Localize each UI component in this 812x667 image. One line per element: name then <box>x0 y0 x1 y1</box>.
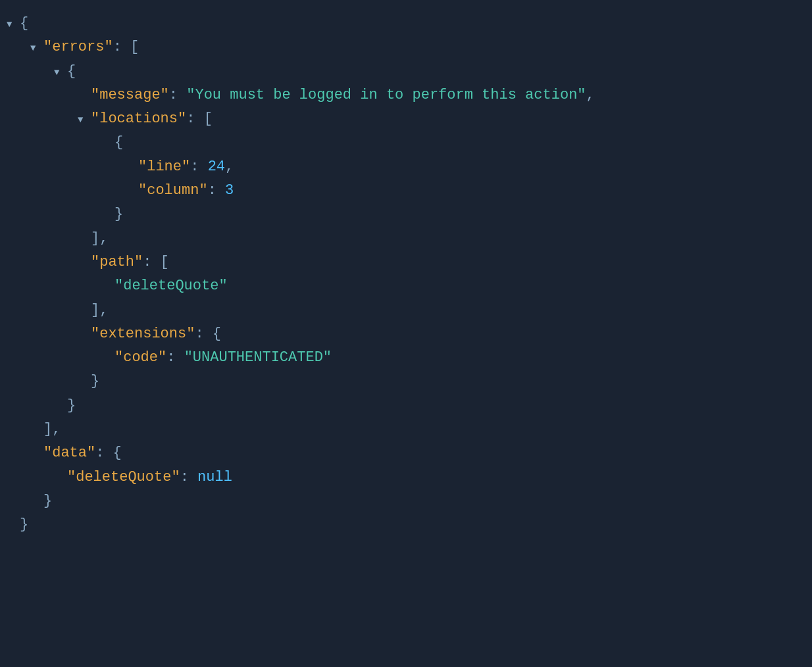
brace: { <box>20 12 28 36</box>
key-errors: "errors" <box>43 36 113 59</box>
key-extensions: "extensions" <box>91 322 195 346</box>
toggle-errors[interactable]: ▼ <box>30 41 41 56</box>
key-code: "code" <box>114 346 166 370</box>
key-line: "line" <box>138 155 190 179</box>
line-locations-close: ▼], <box>7 227 812 251</box>
key-path: "path" <box>91 251 143 274</box>
toggle-locations[interactable]: ▼ <box>78 112 88 128</box>
key-column: "column" <box>138 179 208 203</box>
val-code: "UNAUTHENTICATED" <box>184 346 332 370</box>
line-root-close: ▼} <box>7 513 812 537</box>
val-column: 3 <box>225 179 234 203</box>
line-extensions-close: ▼} <box>7 370 812 393</box>
line-root-open: ▼{ <box>7 12 812 36</box>
key-deletequote: "deleteQuote" <box>67 466 180 489</box>
line-line-key: ▼"line": 24, <box>7 155 812 179</box>
val-message: "You must be logged in to perform this a… <box>186 84 586 107</box>
line-locations-0-close: ▼} <box>7 203 812 226</box>
line-errors-0-close: ▼} <box>7 394 812 418</box>
key-locations: "locations" <box>91 107 186 131</box>
line-code-key: ▼"code": "UNAUTHENTICATED" <box>7 346 812 370</box>
val-path-deletequote: "deleteQuote" <box>114 274 228 298</box>
line-errors-key: ▼"errors": [ <box>7 36 812 59</box>
val-line: 24 <box>208 155 225 179</box>
key-message: "message" <box>91 84 169 107</box>
line-locations-key: ▼"locations": [ <box>7 107 812 131</box>
line-message: ▼"message": "You must be logged in to pe… <box>7 84 812 107</box>
json-viewer: ▼{ ▼"errors": [ ▼{ ▼"message": "You must… <box>7 12 812 537</box>
line-extensions-key: ▼"extensions": { <box>7 322 812 346</box>
line-data-key: ▼"data": { <box>7 441 812 465</box>
key-data: "data" <box>43 441 95 465</box>
line-deletequote-key: ▼"deleteQuote": null <box>7 466 812 489</box>
val-deletequote: null <box>197 466 232 489</box>
toggle-errors-0[interactable]: ▼ <box>54 65 64 80</box>
line-path-close: ▼], <box>7 299 812 322</box>
toggle-root[interactable]: ▼ <box>7 17 17 32</box>
line-path-key: ▼"path": [ <box>7 251 812 274</box>
line-errors-close: ▼], <box>7 418 812 441</box>
line-path-val: ▼"deleteQuote" <box>7 274 812 298</box>
line-errors-0-open: ▼{ <box>7 60 812 84</box>
line-column-key: ▼"column": 3 <box>7 179 812 203</box>
line-locations-0-open: ▼{ <box>7 131 812 155</box>
line-data-close: ▼} <box>7 489 812 513</box>
